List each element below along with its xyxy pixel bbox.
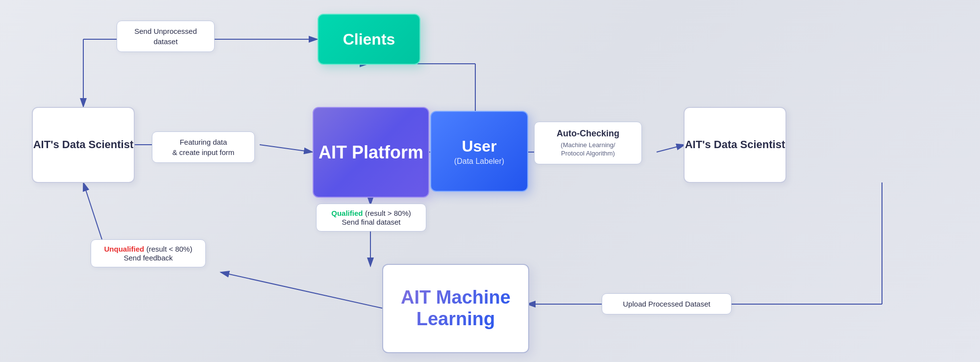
svg-line-15 — [220, 272, 386, 309]
qualified-word: Qualified — [331, 209, 363, 217]
unqualified-label: Unqualified (result < 80%) Send feedback — [91, 239, 206, 267]
auto-checking-sub1: (Machine Learning/ — [542, 141, 634, 150]
upload-processed-label: Upload Processed Dataset — [602, 293, 732, 314]
data-scientist-right-label: AIT's Data Scientist — [685, 138, 785, 152]
data-scientist-left-box: AIT's Data Scientist — [32, 107, 135, 183]
ait-ml-box: AIT MachineLearning — [382, 264, 529, 353]
auto-checking-title: Auto-Checking — [542, 128, 634, 139]
qualified-line1: Qualified (result > 80%) — [324, 209, 418, 218]
qualified-send: Send final dataset — [324, 218, 418, 226]
diagram-container: Send Unprocessed dataset AIT's Data Scie… — [0, 0, 980, 362]
ait-ml-label: AIT MachineLearning — [401, 287, 511, 330]
ait-platform-box: AIT Platform — [313, 107, 429, 198]
auto-checking-sub2: Protocol Algorithm) — [542, 150, 634, 158]
featuring-data-text2: & create input form — [160, 147, 246, 157]
qualified-result: (result > 80%) — [365, 209, 411, 217]
send-unprocessed-text2: dataset — [125, 36, 206, 47]
svg-line-8 — [657, 145, 685, 152]
unqualified-result: (result < 80%) — [147, 245, 193, 253]
send-unprocessed-label: Send Unprocessed dataset — [117, 21, 215, 52]
svg-line-16 — [83, 182, 102, 239]
auto-checking-label: Auto-Checking (Machine Learning/ Protoco… — [534, 122, 642, 164]
unqualified-line1: Unqualified (result < 80%) — [99, 245, 197, 254]
clients-label: Clients — [343, 30, 395, 49]
send-unprocessed-text: Send Unprocessed — [125, 26, 206, 36]
upload-processed-text: Upload Processed Dataset — [610, 299, 723, 309]
data-scientist-right-box: AIT's Data Scientist — [684, 107, 786, 183]
user-box: User (Data Labeler) — [430, 111, 528, 192]
user-label: User — [462, 137, 496, 155]
unqualified-word: Unqualified — [104, 245, 145, 253]
unqualified-send: Send feedback — [99, 254, 197, 262]
svg-line-4 — [260, 145, 313, 152]
qualified-label: Qualified (result > 80%) Send final data… — [316, 204, 426, 232]
clients-box: Clients — [318, 14, 420, 65]
featuring-data-text: Featuring data — [160, 137, 246, 147]
ait-platform-label: AIT Platform — [318, 142, 423, 162]
data-scientist-left-label: AIT's Data Scientist — [33, 138, 134, 152]
featuring-data-label: Featuring data & create input form — [152, 131, 255, 163]
user-sublabel: (Data Labeler) — [454, 157, 504, 166]
